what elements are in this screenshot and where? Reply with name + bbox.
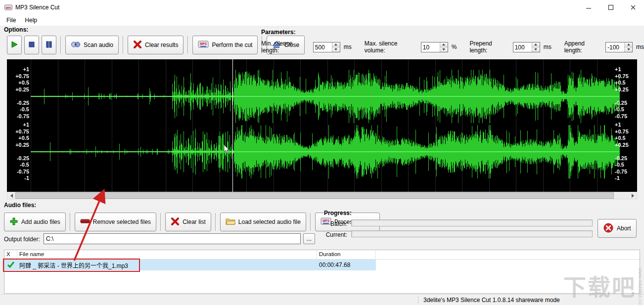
row-file-name-cell: 阿肆 _ 郭采洁 - 世界上的另一个我_1.mp3 [17,261,317,269]
param-unit: ms [344,44,352,50]
axis-label: -0.5 [615,106,636,112]
audio-files-section-label: Audio files: [4,202,36,209]
axis-label: +1 [8,66,29,72]
toolbar-separator [310,213,311,231]
app-window: MP3 MP3 Silence Cut File Help Options: S… [0,0,644,305]
status-bar-divider [418,296,418,304]
spin-up-button[interactable] [625,43,632,47]
column-header-file-name[interactable]: File name [17,250,317,259]
batch-progress-bar [351,219,593,226]
menu-bar: File Help [0,15,644,26]
spin-down-button[interactable] [532,47,540,52]
remove-selected-files-button[interactable]: Remove selected files [75,213,156,231]
progress-section-label: Progress: [324,210,352,217]
folder-icon [226,218,235,227]
axis-label: +0.25 [8,87,29,92]
max-silence-volume-spinner[interactable]: 10 [421,42,448,52]
max-silence-volume-field: Max. silence volume: 10 % [365,40,457,54]
table-header-row: X File name Duration [4,250,640,260]
spin-up-button[interactable] [532,43,540,47]
axis-label: -0.5 [8,162,29,168]
current-label: Current: [325,231,347,238]
spinner-value[interactable]: 100 [513,43,532,52]
scroll-right-button[interactable] [629,192,637,199]
abort-button[interactable]: Abort [598,219,637,238]
clear-x-icon [133,41,142,50]
clear-results-button[interactable]: Clear results [128,36,184,54]
scan-audio-button[interactable]: Scan audio [65,36,119,54]
status-bar-text: 3delite's MP3 Silence Cut 1.0.8.14 share… [423,297,560,304]
axis-label: -0.25 [8,155,29,161]
min-silence-length-spinner[interactable]: 500 [313,42,340,52]
svg-text:MP3: MP3 [6,6,11,9]
close-button[interactable] [622,0,644,15]
waveform-panel[interactable]: +1+1+0.75+0.75+0.5+0.5+0.25+0.25-0.25-0.… [7,59,637,192]
spin-up-button[interactable] [332,43,340,47]
window-title: MP3 Silence Cut [15,4,59,11]
output-folder-input[interactable] [44,233,301,244]
axis-label: +0.25 [8,142,29,148]
app-icon: MP3 [4,4,12,11]
prepend-length-field: Prepend length: 100 ms [469,40,551,54]
spin-down-button[interactable] [440,47,448,52]
axis-label: -0.25 [615,155,636,161]
menu-file[interactable]: File [2,16,20,25]
column-header-duration[interactable]: Duration [317,250,376,259]
abort-icon [603,222,614,235]
axis-label: +1 [8,122,29,128]
mouse-cursor-icon [224,144,230,156]
spin-down-button[interactable] [625,47,632,52]
scrollbar-thumb[interactable] [15,192,614,199]
toolbar-separator [60,36,61,54]
add-audio-files-label: Add audio files [21,218,60,225]
row-status-cell [4,261,17,269]
param-unit: ms [636,44,644,50]
abort-label: Abort [617,225,631,232]
append-length-field: Append length: -100 ms [564,40,644,54]
column-header-status[interactable]: X [4,250,17,259]
status-bar: 3delite's MP3 Silence Cut 1.0.8.14 share… [0,294,644,305]
table-row[interactable]: 阿肆 _ 郭采洁 - 世界上的另一个我_1.mp3 00:00:47.68 [4,260,376,270]
pause-button[interactable] [42,36,56,54]
axis-label: -0.75 [8,169,29,174]
waveform-canvas[interactable] [7,59,637,192]
perform-cut-button[interactable]: MP3 Perform the cut [192,36,258,54]
stop-button[interactable] [24,36,39,54]
load-selected-audio-file-button[interactable]: Load selected audio file [220,213,306,231]
toolbar-separator [187,36,188,54]
param-label: Append length: [564,40,602,54]
add-audio-files-button[interactable]: Add audio files [4,213,66,231]
axis-label: -0.75 [615,169,636,174]
prepend-length-spinner[interactable]: 100 [513,42,540,52]
pause-icon [45,41,53,50]
browse-folder-button[interactable]: ... [303,233,315,244]
title-bar: MP3 MP3 Silence Cut [0,0,644,15]
spinner-value[interactable]: 10 [421,43,440,52]
spinner-value[interactable]: 500 [314,43,332,52]
axis-label: +0.75 [8,129,29,134]
parameters-label: Parameters: [261,29,644,36]
spinner-value[interactable]: -100 [606,43,624,52]
axis-label: +0.5 [8,80,29,86]
min-silence-length-field: Min. silence length: 500 ms [261,40,352,54]
append-length-spinner[interactable]: -100 [605,42,633,52]
mp3-cut-icon: MP3 [198,40,209,50]
scan-audio-label: Scan audio [84,42,113,48]
clear-list-button[interactable]: Clear list [165,213,211,231]
menu-help[interactable]: Help [20,16,42,25]
remove-icon [80,218,90,226]
play-button[interactable] [7,36,22,54]
axis-label: +0.75 [615,129,636,134]
axis-label: -0.5 [8,106,29,112]
maximize-button[interactable] [599,0,622,15]
file-list-table: X File name Duration 阿肆 _ 郭采洁 - 世界上的另一个我… [4,250,640,294]
load-selected-audio-file-label: Load selected audio file [238,218,301,225]
scroll-left-button[interactable] [7,192,15,199]
spin-down-button[interactable] [332,47,340,52]
param-unit: % [452,44,457,50]
waveform-scrollbar[interactable] [7,192,637,199]
param-label: Prepend length: [469,40,509,54]
spin-up-button[interactable] [440,43,448,47]
axis-label: +0.5 [615,135,636,141]
minimize-button[interactable] [577,0,599,15]
